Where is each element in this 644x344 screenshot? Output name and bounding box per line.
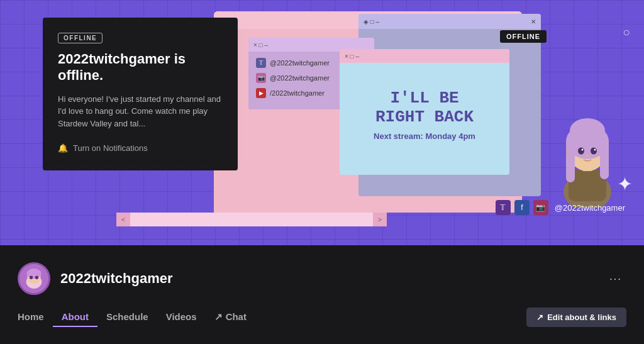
tab-chat-label: Chat xyxy=(226,311,247,322)
offline-description: Hi everyone! I've just started my channe… xyxy=(58,93,223,130)
svg-point-18 xyxy=(30,275,33,279)
tab-schedule[interactable]: Schedule xyxy=(97,308,157,327)
options-button[interactable]: ⋯ xyxy=(604,269,626,289)
offline-badge-topright: OFFLINE xyxy=(500,30,547,43)
social-handle: @2022twitchgamer xyxy=(555,203,625,213)
brb-window: × □ – I'LL BE RIGHT BACK Next stream: Mo… xyxy=(340,49,509,175)
svg-point-9 xyxy=(591,148,597,155)
svg-point-7 xyxy=(570,118,605,143)
edit-label: Edit about & links xyxy=(547,313,616,322)
edit-icon: ↗ xyxy=(536,313,543,322)
svg-point-10 xyxy=(582,149,584,151)
svg-rect-5 xyxy=(566,138,575,182)
tab-home[interactable]: Home xyxy=(18,308,53,327)
svg-point-8 xyxy=(578,148,584,155)
notification-button[interactable]: 🔔 Turn on Notifications xyxy=(58,143,148,153)
scroll-left[interactable]: < xyxy=(116,213,130,226)
instagram-icon: 📷 xyxy=(256,73,266,83)
channel-bar: 2022twitchgamer ⋯ Home About Schedule Vi… xyxy=(0,245,644,344)
bell-icon: 🔔 xyxy=(58,143,68,153)
channel-top: 2022twitchgamer ⋯ xyxy=(18,262,626,295)
channel-identity: 2022twitchgamer xyxy=(18,262,173,295)
twitch-social-icon[interactable]: 𝕋 xyxy=(496,200,511,215)
tab-about[interactable]: About xyxy=(53,308,97,327)
edit-about-links-button[interactable]: ↗ Edit about & links xyxy=(526,308,626,327)
sparkle-top-icon: ○ xyxy=(623,25,630,40)
svg-point-19 xyxy=(35,275,38,279)
banner: OFFLINE 2022twitchgamer is offline. Hi e… xyxy=(0,0,644,245)
tab-videos[interactable]: Videos xyxy=(157,308,206,327)
win-right-close: ✕ xyxy=(531,18,536,25)
links-title-dots: × □ – xyxy=(253,42,268,48)
brb-text: I'LL BE RIGHT BACK xyxy=(375,89,474,127)
instagram-social-icon[interactable]: 📷 xyxy=(533,200,548,215)
scrollbar[interactable]: < > xyxy=(116,213,387,226)
svg-point-12 xyxy=(586,155,589,157)
social-row: 𝕋 f 📷 @2022twitchgamer xyxy=(496,200,625,215)
avatar xyxy=(18,262,50,295)
brb-titlebar: × □ – xyxy=(340,49,509,63)
tab-chat[interactable]: ↗ Chat xyxy=(206,308,255,328)
facebook-social-icon[interactable]: f xyxy=(514,200,530,215)
nav-tabs: Home About Schedule Videos ↗ Chat xyxy=(18,308,255,328)
svg-point-11 xyxy=(594,149,596,151)
nav-row: Home About Schedule Videos ↗ Chat ↗ Edit… xyxy=(18,308,626,328)
window-right-title: ◈ □ – ✕ xyxy=(358,14,541,29)
brb-subtitle: Next stream: Monday 4pm xyxy=(374,131,475,141)
scroll-right[interactable]: > xyxy=(373,213,387,226)
offline-badge: OFFLINE xyxy=(58,33,103,43)
external-link-icon: ↗ xyxy=(214,311,223,323)
svg-rect-6 xyxy=(600,138,609,179)
twitter-icon: 𝕋 xyxy=(256,58,266,68)
notif-label: Turn on Notifications xyxy=(73,143,148,153)
youtube-handle: /2022twitchgamer xyxy=(270,89,325,97)
twitter-handle: @2022twitchgamer xyxy=(270,59,330,67)
offline-card: OFFLINE 2022twitchgamer is offline. Hi e… xyxy=(43,18,238,170)
offline-title: 2022twitchgamer is offline. xyxy=(58,51,223,84)
instagram-handle: @2022twitchgamer xyxy=(270,74,330,82)
win-right-label: ◈ □ – xyxy=(364,18,379,25)
svg-point-13 xyxy=(566,152,570,155)
youtube-icon: ▶ xyxy=(256,88,266,98)
character-illustration xyxy=(550,94,625,208)
svg-point-17 xyxy=(27,269,42,279)
scroll-track[interactable] xyxy=(130,213,373,226)
channel-name: 2022twitchgamer xyxy=(60,270,173,287)
